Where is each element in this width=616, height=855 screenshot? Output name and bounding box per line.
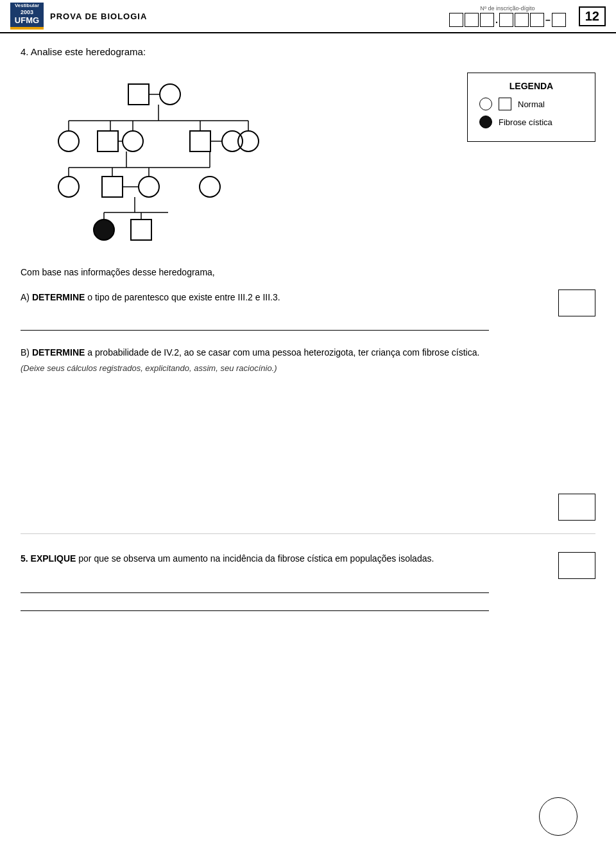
gen2-female3 bbox=[238, 131, 259, 151]
question4-title: 4. Analise este heredograma: bbox=[21, 46, 595, 57]
heredogram-diagram bbox=[21, 73, 441, 248]
gen3-female1 bbox=[58, 177, 79, 197]
part-b-label: B) bbox=[21, 347, 32, 358]
question4-part-a: A) DETERMINE o tipo de parentesco que ex… bbox=[21, 291, 595, 334]
question5-text: 5. EXPLIQUE por que se observa um aument… bbox=[21, 552, 595, 566]
part-a-label: A) bbox=[21, 292, 32, 302]
large-answer-area-b bbox=[21, 379, 595, 521]
legend-normal-label: Normal bbox=[518, 99, 545, 109]
legend-filled-circle-icon bbox=[479, 116, 492, 128]
logo-year: 2003 bbox=[21, 9, 33, 16]
part-b-rest: a probabilidade de IV.2, ao se casar com… bbox=[85, 347, 479, 358]
inscricao-box-7 bbox=[552, 13, 566, 27]
part-a-bold: DETERMINE bbox=[32, 292, 85, 302]
inscricao-area: Nº de inscrição-dígito . – bbox=[449, 5, 566, 27]
gen2-female1 bbox=[58, 131, 79, 151]
answer-box-b bbox=[558, 494, 595, 521]
gen3-female3 bbox=[200, 177, 220, 197]
part-a-text: A) DETERMINE o tipo de parentesco que ex… bbox=[21, 291, 595, 304]
gen2-female2 bbox=[123, 131, 143, 151]
gen4-male1 bbox=[131, 220, 151, 240]
answer-line-5a bbox=[21, 579, 489, 593]
part-a-rest: o tipo de parentesco que existe entre II… bbox=[85, 292, 280, 302]
gen2-female4 bbox=[222, 131, 243, 151]
inscricao-boxes: . – bbox=[449, 13, 566, 27]
header-right: Nº de inscrição-dígito . – 12 bbox=[449, 5, 606, 27]
question5-rest: por que se observa um aumento na incidên… bbox=[78, 553, 434, 564]
question4-base-text: Com base nas informações desse heredogra… bbox=[21, 266, 595, 279]
part-b-text: B) DETERMINE a probabilidade de IV.2, ao… bbox=[21, 346, 595, 359]
answer-line-5b bbox=[21, 597, 489, 611]
question5: 5. EXPLIQUE por que se observa um aument… bbox=[21, 552, 595, 615]
question5-number: 5. bbox=[21, 553, 28, 564]
inscricao-box-3 bbox=[480, 13, 494, 27]
gen3-male1 bbox=[102, 177, 123, 197]
section-divider bbox=[21, 533, 595, 534]
inscricao-dot: . bbox=[495, 15, 498, 25]
legend-title: LEGENDA bbox=[479, 81, 583, 91]
logo-vestibular: Vestibular bbox=[15, 3, 39, 9]
logo-university: UFMG bbox=[15, 15, 39, 26]
inscricao-box-2 bbox=[465, 13, 479, 27]
gen1-male bbox=[128, 84, 149, 105]
exam-title: PROVA DE BIOLOGIA bbox=[50, 12, 147, 21]
part-b-note: (Deixe seus cálculos registrados, explic… bbox=[21, 363, 595, 373]
gen4-female-affected bbox=[94, 220, 114, 240]
heredogram-svg bbox=[21, 73, 329, 246]
answer-line-a bbox=[21, 316, 489, 331]
answer-box-5 bbox=[558, 552, 595, 579]
question4-part-b: B) DETERMINE a probabilidade de IV.2, ao… bbox=[21, 346, 595, 521]
question4-intro: Com base nas informações desse heredogra… bbox=[21, 266, 595, 279]
question5-bold: EXPLIQUE bbox=[31, 553, 76, 564]
page-header: Vestibular 2003 UFMG PROVA DE BIOLOGIA N… bbox=[0, 0, 616, 33]
ufmg-logo: Vestibular 2003 UFMG bbox=[10, 3, 44, 30]
inscricao-box-5 bbox=[515, 13, 529, 27]
inscricao-label: Nº de inscrição-dígito bbox=[449, 5, 566, 12]
gen2-male1 bbox=[98, 131, 118, 151]
legend-normal: Normal bbox=[479, 98, 583, 110]
inscricao-box-6 bbox=[530, 13, 544, 27]
answer-box-a bbox=[558, 289, 595, 316]
heredogram-area: LEGENDA Normal Fibrose cística bbox=[21, 73, 595, 248]
gen2-male2 bbox=[190, 131, 210, 151]
inscricao-box-1 bbox=[449, 13, 463, 27]
legend-box: LEGENDA Normal Fibrose cística bbox=[467, 73, 595, 142]
inscricao-box-4 bbox=[499, 13, 513, 27]
legend-fibrose: Fibrose cística bbox=[479, 116, 583, 128]
legend-square-icon bbox=[499, 98, 511, 110]
part-b-bold: DETERMINE bbox=[32, 347, 85, 358]
bottom-decorative-circle bbox=[539, 797, 578, 836]
gen3-female2 bbox=[139, 177, 159, 197]
inscricao-dash: – bbox=[545, 15, 551, 25]
page-number: 12 bbox=[579, 6, 606, 26]
gen1-female bbox=[160, 84, 180, 105]
legend-circle-icon bbox=[479, 98, 492, 110]
main-content: 4. Analise este heredograma: bbox=[0, 33, 616, 628]
legend-fibrose-label: Fibrose cística bbox=[499, 117, 552, 127]
header-left: Vestibular 2003 UFMG PROVA DE BIOLOGIA bbox=[10, 3, 147, 30]
logo-stripe bbox=[10, 27, 44, 30]
